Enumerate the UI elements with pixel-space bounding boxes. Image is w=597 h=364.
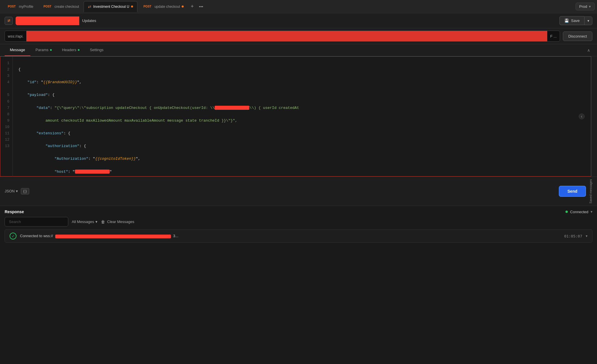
more-tabs-button[interactable]: ••• — [197, 3, 206, 10]
method-badge: POST — [142, 4, 153, 9]
status-chevron-icon[interactable]: ▾ — [591, 210, 592, 214]
message-row: ✓ Connected to wss:// 3... 01:05:07 ▾ — [5, 229, 592, 243]
params-tab-label: Params — [36, 48, 49, 52]
code-content[interactable]: { "id": "{{$randomUUID}}", "payload": { … — [13, 57, 591, 177]
save-btn-group: 💾 Save ▾ — [559, 16, 592, 25]
tab-indicator — [131, 5, 133, 8]
wss-input-wrap: wss://api. F ... — [5, 31, 560, 42]
tab-investment-checkout[interactable]: ⇄ Investment Checkout U — [84, 1, 137, 12]
ws-icon: ⇄ — [88, 4, 91, 9]
name-updates-bar: ⇄ Updates 💾 Save ▾ — [0, 13, 597, 28]
disconnect-button[interactable]: Disconnect — [563, 31, 592, 41]
message-suffix: 3... — [173, 234, 178, 238]
response-title: Response — [5, 209, 24, 214]
tab-settings[interactable]: Settings — [85, 44, 109, 56]
code-line-7: "Authorization": "{{cognitoIdToken}}", — [17, 156, 586, 162]
code-line-6: "authorization": { — [17, 143, 586, 149]
message-tab-label: Message — [10, 48, 25, 52]
send-button[interactable]: Send — [559, 186, 586, 197]
tab-label: update checkout — [154, 5, 180, 9]
connected-status: Connected ▾ — [565, 210, 592, 214]
code-line-3: "payload": { — [17, 92, 586, 98]
message-prefix: Connected to wss:// — [20, 234, 53, 238]
save-dropdown-button[interactable]: ▾ — [584, 16, 592, 25]
tab-params[interactable]: Params — [30, 44, 57, 56]
tab-create-checkout[interactable]: POST create checkout — [38, 1, 83, 12]
save-icon: 💾 — [564, 18, 569, 23]
connected-dot-icon — [565, 211, 568, 213]
code-editor[interactable]: 1 2 3 4 5 6 7 8 9 10 11 12 13 { "id": "{… — [0, 56, 591, 177]
tab-label: Investment Checkout U — [93, 5, 129, 9]
message-expand-button[interactable]: ▾ — [586, 234, 587, 238]
response-section: Response Connected ▾ All Messages ▾ 🗑 Cl… — [0, 206, 597, 243]
format-label: JSON — [5, 189, 15, 193]
tab-message[interactable]: Message — [5, 44, 30, 56]
tab-bar: POST myProfile POST create checkout ⇄ In… — [0, 0, 597, 13]
check-circle-icon: ✓ — [10, 233, 16, 239]
env-chevron-icon: ▾ — [589, 4, 591, 9]
code-line-2: "id": "{{$randomUUID}}", — [17, 79, 586, 86]
line-numbers: 1 2 3 4 5 6 7 8 9 10 11 12 13 — [0, 57, 13, 177]
add-tab-button[interactable]: + — [188, 2, 196, 11]
message-redacted-url — [55, 235, 171, 238]
settings-tab-label: Settings — [90, 48, 104, 52]
format-chevron-icon: ▾ — [16, 189, 18, 193]
filter-chevron-icon: ▾ — [95, 220, 97, 224]
env-label: Prod — [579, 4, 587, 9]
response-header: Response Connected ▾ — [5, 209, 592, 214]
wss-suffix: F ... — [547, 32, 559, 41]
editor-wrapper: 1 2 3 4 5 6 7 8 9 10 11 12 13 { "id": "{… — [0, 56, 597, 177]
wss-prefix: wss://api. — [5, 32, 26, 41]
updates-label: Updates — [82, 18, 96, 23]
method-badge: POST — [6, 4, 17, 9]
trash-icon: 🗑 — [101, 220, 105, 224]
format-icon[interactable]: { } — [21, 188, 29, 194]
search-bar: All Messages ▾ 🗑 Clear Messages — [5, 217, 592, 229]
clear-messages-button[interactable]: 🗑 Clear Messages — [101, 220, 134, 224]
format-selector[interactable]: JSON ▾ — [5, 189, 18, 193]
name-tag-text — [20, 18, 60, 23]
clear-messages-label: Clear Messages — [107, 220, 134, 224]
message-text: Connected to wss:// 3... — [20, 234, 561, 238]
save-button[interactable]: 💾 Save — [559, 16, 584, 25]
tab-headers[interactable]: Headers — [57, 44, 85, 56]
env-selector[interactable]: Prod ▾ — [576, 3, 595, 10]
tab-label: myProfile — [19, 5, 33, 9]
wss-redacted-url — [26, 31, 547, 41]
tab-myprofile[interactable]: POST myProfile — [2, 1, 37, 12]
editor-collapse-arrow[interactable]: ‹ — [579, 114, 585, 119]
websocket-icon: ⇄ — [5, 17, 13, 25]
tabs-nav: Message Params Headers Settings ∧ — [0, 44, 597, 56]
headers-tab-label: Headers — [62, 48, 76, 52]
search-input[interactable] — [5, 217, 68, 226]
bottom-bar: JSON ▾ { } Send Saved messages — [0, 177, 597, 206]
tab-update-checkout[interactable]: POST update checkout — [138, 1, 188, 12]
wss-url-bar: wss://api. F ... Disconnect — [0, 28, 597, 44]
filter-label: All Messages — [72, 220, 94, 224]
params-dot — [50, 49, 52, 51]
tab-label: create checkout — [54, 5, 79, 9]
right-sidebar: Saved messages — [591, 56, 597, 177]
code-line-5: "extensions": { — [17, 130, 586, 137]
tab-indicator — [182, 5, 184, 8]
message-time: 01:05:07 — [564, 234, 582, 238]
code-line-4: "data": "{\"query\":\"subscription updat… — [17, 105, 586, 111]
code-line-8: "host": "" — [17, 169, 586, 175]
main-layout: ⇄ Updates 💾 Save ▾ wss://api. F ... Disc… — [0, 13, 597, 243]
code-line-1: { — [17, 66, 586, 73]
messages-filter[interactable]: All Messages ▾ — [72, 220, 97, 224]
headers-dot — [78, 49, 80, 51]
saved-messages-label[interactable]: Saved messages — [589, 179, 592, 203]
endpoint-name-tag — [16, 16, 79, 25]
code-line-4b: amount checkoutId maxAllowedAmount maxAv… — [17, 118, 586, 124]
method-badge: POST — [42, 4, 53, 9]
connected-label: Connected — [570, 210, 588, 214]
collapse-button[interactable]: ∧ — [585, 46, 592, 55]
save-label: Save — [571, 18, 580, 23]
